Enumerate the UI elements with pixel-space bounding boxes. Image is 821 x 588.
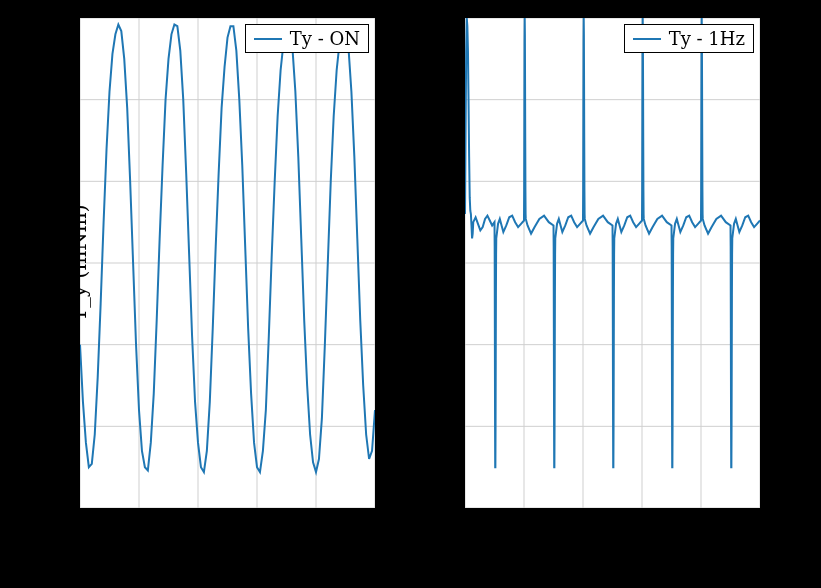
x-tick-label: 5 [754,514,765,535]
left-legend-label: Ty - ON [290,28,360,49]
left-chart-panel: 012345 -15-10-5051015 T_y (mNm) Time (s)… [80,18,375,508]
left-y-axis-label: T_y (mNm) [67,204,91,322]
x-tick-label: 3 [636,514,647,535]
right-chart-panel: 012345 -15-10-5051015 Time (s) Ty - 1Hz [465,18,760,508]
x-tick-label: 5 [369,514,380,535]
y-tick-label: 10 [49,89,72,110]
left-gridlines [80,18,375,508]
y-tick-label: 15 [49,8,72,29]
legend-swatch-icon [633,38,661,40]
right-legend: Ty - 1Hz [624,24,754,53]
x-tick-label: 3 [251,514,262,535]
x-tick-label: 0 [459,514,470,535]
right-x-axis-label: Time (s) [569,538,656,562]
x-tick-label: 2 [192,514,203,535]
y-tick-label: 15 [434,8,457,29]
y-tick-label: 5 [446,171,457,192]
right-series-line [465,18,760,467]
y-tick-label: 0 [446,253,457,274]
y-tick-label: 5 [61,171,72,192]
x-tick-label: 2 [577,514,588,535]
right-plot-svg [465,18,760,508]
left-legend: Ty - ON [245,24,369,53]
right-legend-label: Ty - 1Hz [669,28,745,49]
figure: 012345 -15-10-5051015 T_y (mNm) Time (s)… [0,0,821,588]
y-tick-label: -15 [428,498,457,519]
x-tick-label: 0 [74,514,85,535]
y-tick-label: -10 [428,416,457,437]
legend-swatch-icon [254,38,282,40]
y-tick-label: 10 [434,89,457,110]
y-tick-label: -5 [439,334,457,355]
y-tick-label: -5 [54,334,72,355]
left-series-line [80,25,375,473]
x-tick-label: 1 [133,514,144,535]
x-tick-label: 4 [695,514,706,535]
y-tick-label: -10 [43,416,72,437]
x-tick-label: 1 [518,514,529,535]
y-tick-label: -15 [43,498,72,519]
left-x-axis-label: Time (s) [184,538,271,562]
left-plot-svg [80,18,375,508]
x-tick-label: 4 [310,514,321,535]
